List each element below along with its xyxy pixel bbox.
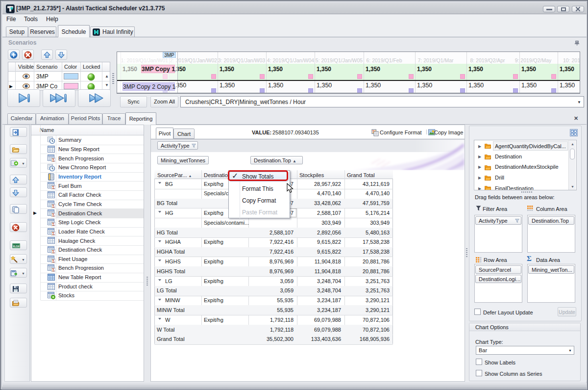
svg-text:Σ: Σ	[52, 231, 54, 235]
svg-text:XLSX: XLSX	[13, 245, 20, 248]
svg-text:Σ: Σ	[52, 158, 54, 162]
svg-text:Σ: Σ	[52, 204, 54, 208]
svg-text:Σ: Σ	[52, 185, 54, 189]
svg-text:Σ: Σ	[52, 222, 54, 226]
svg-text:Σ: Σ	[52, 249, 54, 253]
svg-text:Σ: Σ	[52, 213, 54, 217]
svg-text:Σ: Σ	[52, 268, 54, 272]
svg-text:Σ: Σ	[52, 259, 54, 262]
